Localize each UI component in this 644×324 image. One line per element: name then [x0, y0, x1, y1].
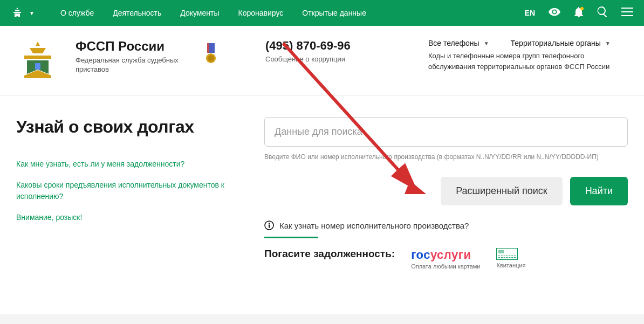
nav-opendata[interactable]: Открытые данные [302, 9, 366, 17]
coat-of-arms-icon [16, 39, 59, 82]
payment-title: Погасите задолженность: [264, 248, 395, 260]
receipt-icon [496, 248, 518, 260]
chevron-down-icon: ▼ [29, 10, 35, 16]
gosuslugi-caption: Оплата любыми картами [411, 263, 480, 270]
org-title-block: ФССП России Федеральная служба судебных … [76, 39, 183, 74]
org-title: ФССП России [76, 39, 183, 54]
emblem-icon [11, 6, 24, 19]
right-column: Введите ФИО или номер исполнительного пр… [264, 117, 628, 270]
left-column: Узнай о своих долгах Как мне узнать, ест… [16, 117, 232, 270]
gosuslugi-logo: госуслуги [411, 248, 480, 262]
info-question-text: Как узнать номер исполнительного произво… [279, 221, 469, 230]
find-button[interactable]: Найти [570, 177, 628, 205]
main-content: Узнай о своих долгах Как мне узнать, ест… [0, 95, 644, 291]
dropdown-phones[interactable]: Все телефоны ▼ [428, 39, 489, 47]
advanced-search-button[interactable]: Расширенный поиск [441, 177, 563, 205]
svg-point-3 [208, 55, 214, 61]
nav-about[interactable]: О службе [60, 9, 94, 17]
dropdown-phones-label: Все телефоны [428, 39, 479, 47]
org-subtitle: Федеральная служба судебных приставов [76, 56, 183, 74]
header-description: Коды и телефонные номера групп телефонно… [428, 51, 628, 72]
header-right-links: Все телефоны ▼ Территориальные органы ▼ … [428, 39, 628, 72]
contact-column: (495) 870-69-96 Сообщение о коррупции [265, 39, 351, 63]
dropdown-row: Все телефоны ▼ Территориальные органы ▼ [428, 39, 628, 47]
phone-caption: Сообщение о коррупции [265, 55, 351, 63]
nav-right: EN [525, 6, 633, 19]
footer-strip [0, 314, 644, 324]
menu-icon[interactable] [621, 8, 633, 18]
receipt-link[interactable]: Квитанция [496, 248, 525, 268]
info-row[interactable]: Как узнать номер исполнительного произво… [264, 220, 628, 230]
dropdown-territories-label: Территориальные органы [511, 39, 601, 47]
magnifier-icon [597, 6, 608, 17]
notifications-icon[interactable] [574, 6, 584, 19]
payment-row: Погасите задолженность: госуслуги Оплата… [264, 248, 628, 270]
nav-links: О службе Деятельность Документы Коронави… [60, 9, 366, 17]
chevron-down-icon: ▼ [605, 40, 611, 46]
accessibility-icon[interactable] [549, 7, 560, 19]
hero-title: Узнай о своих долгах [16, 117, 232, 137]
emblem-logo[interactable]: ▼ [11, 6, 35, 19]
svg-rect-6 [269, 225, 270, 228]
faq-link-1[interactable]: Как мне узнать, есть ли у меня задолженн… [16, 158, 232, 170]
burger-icon [621, 8, 633, 16]
nav-left: ▼ О службе Деятельность Документы Корона… [11, 6, 366, 19]
nav-coronavirus[interactable]: Коронавирус [238, 9, 283, 17]
phone-number[interactable]: (495) 870-69-96 [265, 39, 351, 53]
dropdown-territories[interactable]: Территориальные органы ▼ [511, 39, 611, 47]
button-row: Расширенный поиск Найти [264, 177, 628, 205]
search-icon[interactable] [597, 6, 608, 19]
nav-activity[interactable]: Деятельность [113, 9, 161, 17]
faq-link-3[interactable]: Внимание, розыск! [16, 212, 232, 223]
info-icon [264, 220, 274, 230]
eye-icon [549, 7, 560, 17]
svg-rect-1 [207, 43, 209, 53]
language-toggle[interactable]: EN [525, 9, 535, 17]
faq-link-2[interactable]: Каковы сроки предъявления исполнительных… [16, 180, 232, 202]
divider [264, 237, 318, 238]
svg-rect-5 [269, 223, 270, 224]
search-input[interactable] [264, 117, 628, 147]
notification-dot [580, 7, 584, 10]
top-nav-bar: ▼ О службе Деятельность Документы Корона… [0, 0, 644, 26]
gosuslugi-link[interactable]: госуслуги Оплата любыми картами [411, 248, 480, 270]
nav-documents[interactable]: Документы [180, 9, 219, 17]
medal-icon [205, 43, 217, 65]
search-hint: Введите ФИО или номер исполнительного пр… [264, 152, 628, 162]
receipt-label: Квитанция [496, 262, 525, 268]
chevron-down-icon: ▼ [484, 40, 489, 46]
header-block: ФССП России Федеральная служба судебных … [0, 26, 644, 95]
